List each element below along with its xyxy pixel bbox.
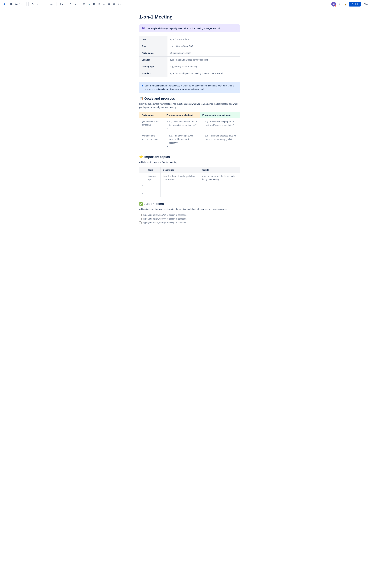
meeting-label: Meeting type (139, 63, 167, 70)
meeting-label: Date (139, 36, 167, 43)
goals-participant[interactable]: @ mention the first participant (139, 118, 164, 132)
numbered-list-icon: ≡ (75, 3, 76, 5)
text-color-icon: A ▾ (60, 3, 63, 5)
goals-heading-text: Goals and progress (144, 97, 175, 101)
action-item: Type your action, use '@' to assign to s… (139, 218, 240, 220)
topics-results[interactable] (199, 183, 240, 190)
action-checkbox[interactable] (139, 221, 142, 224)
topics-description-cell[interactable] (160, 183, 199, 190)
toolbar-right: CK + 🔒 Publish Close ··· (331, 2, 377, 6)
meeting-value[interactable]: @ mention participants (167, 50, 240, 57)
more-actions-button[interactable]: ··· (372, 2, 377, 6)
divider-4 (66, 2, 66, 6)
emoji-button[interactable]: ☺ (102, 2, 107, 6)
align-button[interactable]: ≡ ▾ (49, 2, 55, 6)
bold-button[interactable]: B (30, 2, 35, 6)
meeting-value[interactable]: Type // to add a date (167, 36, 240, 43)
link-button[interactable]: 🔗 (87, 2, 91, 6)
more-insert-button[interactable]: + ▾ (117, 2, 122, 6)
action-checkbox[interactable] (139, 218, 142, 220)
actions-heading: ✅ Action items (139, 202, 240, 206)
italic-button[interactable]: I (35, 2, 40, 6)
heading-dropdown[interactable]: Heading 2 ▾ (9, 2, 27, 6)
meeting-value[interactable]: e.g., Weekly check-in meeting (167, 63, 240, 70)
close-button[interactable]: Close (362, 2, 371, 6)
numbered-list-button[interactable]: ≡ (73, 2, 78, 6)
page-content: 1-on-1 Meeting 🅿 This template is brough… (133, 8, 246, 236)
meeting-info-row: Meeting type e.g., Weekly check-in meeti… (139, 63, 240, 70)
bullet-list-icon: ☰ (70, 3, 72, 5)
topics-topic[interactable] (145, 190, 160, 197)
meeting-value[interactable]: e.g., 10:00-10:30am PST (167, 43, 240, 50)
page-title[interactable]: 1-on-1 Meeting (139, 14, 240, 20)
link-icon: 🔗 (88, 3, 90, 5)
goals-heading: 📋 Goals and progress (139, 97, 240, 101)
mention-button[interactable]: @ (97, 2, 101, 6)
emoji-icon: ☺ (103, 3, 105, 5)
list-item (169, 127, 197, 131)
bullet-list-button[interactable]: ☰ (68, 2, 73, 6)
meeting-label: Location (139, 57, 167, 63)
info-icon: ℹ (142, 84, 143, 87)
goals-participant[interactable]: @ mention the second participant (139, 132, 164, 150)
topics-row-num: 1 (139, 173, 145, 183)
layout-button[interactable]: ▤ (112, 2, 116, 6)
goals-priorities-until[interactable]: e.g., How much progress have we made on … (200, 132, 240, 150)
topics-description-cell[interactable] (160, 190, 199, 197)
template-notice-text: This template is brought to you by Meeti… (146, 27, 220, 30)
topics-col-header (139, 167, 145, 173)
actions-emoji: ✅ (139, 202, 143, 206)
color-button[interactable]: A ▾ (59, 2, 64, 6)
template-notice: 🅿 This template is brought to you by Mee… (139, 24, 240, 32)
text-format-group: B I ··· (30, 2, 45, 6)
meeting-value[interactable]: Type /link to add a video conferencing l… (167, 57, 240, 63)
avatar-badge (335, 5, 336, 7)
topics-heading-text: Important topics (144, 155, 170, 159)
goals-col-header: Priorities until we meet again (200, 112, 240, 118)
heading-label: Heading 2 (10, 3, 20, 5)
topics-heading: ⭐ Important topics (139, 155, 240, 159)
meeting-info-row: Materials Type /link to add previous mee… (139, 70, 240, 77)
checkbox-button[interactable]: ☑ (81, 2, 86, 6)
list-item: e.g., How much progress have we made on … (205, 134, 237, 141)
topics-row: 2 (139, 183, 240, 190)
action-checkbox[interactable] (139, 214, 142, 216)
toolbar: Heading 2 ▾ B I ··· ≡ ▾ A ▾ ☰ ≡ ☑ 🔗 (0, 0, 379, 8)
publish-button[interactable]: Publish (349, 2, 361, 6)
topics-description-cell[interactable]: Describe the topic and explain how it im… (160, 173, 199, 183)
topics-results[interactable] (199, 190, 240, 197)
topics-topic[interactable]: State the topic (145, 173, 160, 183)
list-item (205, 141, 237, 145)
image-icon: 🖼 (93, 3, 95, 5)
app-logo[interactable] (2, 2, 6, 6)
meeting-info-row: Location Type /link to add a video confe… (139, 57, 240, 63)
topics-topic[interactable] (145, 183, 160, 190)
more-format-button[interactable]: ··· (40, 2, 45, 6)
lock-button[interactable]: 🔒 (343, 2, 348, 6)
insert-group: ☑ 🔗 🖼 @ ☺ ▦ ▤ + ▾ (81, 2, 122, 6)
chevron-down-icon: ▾ (21, 3, 22, 5)
plus-icon: + ▾ (118, 3, 121, 5)
template-icon: 🅿 (142, 27, 144, 30)
plus-collaborator-icon: + (339, 3, 340, 5)
add-collaborator-button[interactable]: + (337, 2, 342, 6)
svg-point-1 (4, 4, 5, 5)
goals-priorities-until[interactable]: e.g., How should we prepare for next wee… (200, 118, 240, 132)
topics-description: Add discussion topics before the meeting… (139, 161, 240, 164)
topics-row: 3 (139, 190, 240, 197)
image-button[interactable]: 🖼 (92, 2, 96, 6)
avatar[interactable]: CK (331, 2, 336, 6)
goals-priorities-since[interactable]: e.g., What did you learn about the proje… (164, 118, 200, 132)
topics-results[interactable]: Note the results and decisions made duri… (199, 173, 240, 183)
action-text[interactable]: Type your action, use '@' to assign to s… (143, 221, 187, 224)
table-button[interactable]: ▦ (107, 2, 111, 6)
at-icon: @ (98, 3, 100, 5)
action-text[interactable]: Type your action, use '@' to assign to s… (143, 214, 187, 216)
meeting-value[interactable]: Type /link to add previous meeting notes… (167, 70, 240, 77)
action-text[interactable]: Type your action, use '@' to assign to s… (143, 218, 187, 220)
goals-priorities-since[interactable]: e.g., Has anything slowed down or blocke… (164, 132, 200, 150)
warmup-notice: ℹ Start the meeting in a fun, relaxed wa… (139, 82, 240, 93)
goals-col-header: Priorities since we last met (164, 112, 200, 118)
actions-description: Add action items that you create during … (139, 208, 240, 211)
goals-table: ParticipantsPriorities since we last met… (139, 112, 240, 150)
